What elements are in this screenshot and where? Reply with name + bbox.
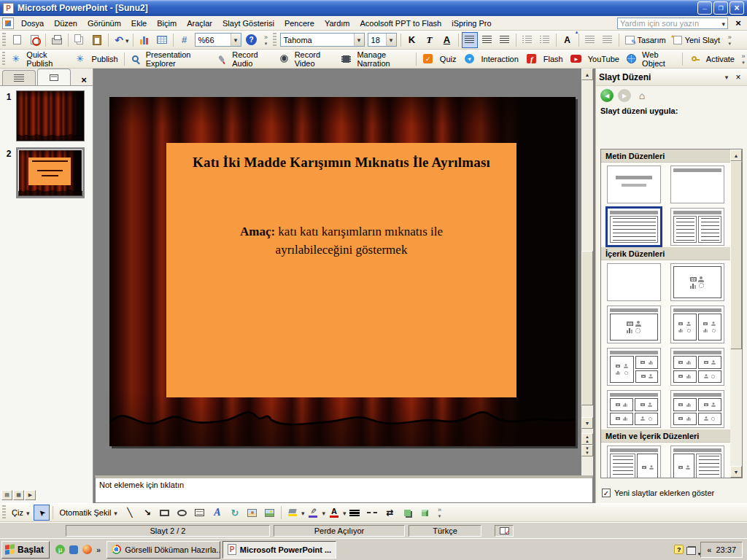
- toolbar-grip[interactable]: [2, 33, 6, 47]
- restore-button[interactable]: [713, 1, 728, 15]
- toolbar-overflow-button[interactable]: [740, 51, 747, 67]
- forward-button[interactable]: [618, 89, 631, 102]
- wordart-button[interactable]: [209, 505, 225, 521]
- help-question-box[interactable]: Yardım için soru yazın: [617, 18, 728, 29]
- layout-text-and-content[interactable]: [607, 446, 661, 478]
- align-right-button[interactable]: [497, 32, 513, 48]
- new-slide-button[interactable]: Yeni Slayt: [670, 32, 724, 48]
- scroll-thumb[interactable]: [581, 251, 593, 405]
- copy-button[interactable]: [71, 32, 88, 48]
- font-dropdown-icon[interactable]: [354, 34, 364, 46]
- menu-slayt-gosterisi[interactable]: Slayt Gösterisi: [217, 18, 279, 29]
- numbering-button[interactable]: [519, 32, 535, 48]
- toolbar-overflow-button[interactable]: [435, 505, 444, 521]
- menu-ekle[interactable]: Ekle: [126, 18, 152, 29]
- menu-araclar[interactable]: Araçlar: [182, 18, 217, 29]
- clip-art-button[interactable]: [244, 505, 260, 521]
- design-button[interactable]: Tasarım: [622, 32, 670, 48]
- chevron-down-icon[interactable]: [721, 19, 725, 28]
- youtube-button[interactable]: YouTube: [567, 51, 623, 67]
- autoshapes-menu-button[interactable]: Otomatik Şekil: [55, 505, 120, 521]
- slide-canvas[interactable]: Katı İki Madde Karışımın Mıknatıs İle Ay…: [109, 97, 576, 446]
- slide-body[interactable]: Amaç: katı katı karışımların mıknatıs il…: [166, 223, 516, 259]
- layout-content[interactable]: [670, 263, 724, 301]
- layout-four-content[interactable]: [670, 348, 724, 386]
- threed-style-button[interactable]: [417, 505, 433, 521]
- toolbar-overflow-button[interactable]: [725, 32, 734, 48]
- presentation-explorer-button[interactable]: Presentation Explorer: [127, 51, 214, 67]
- menu-acoolsoft[interactable]: Acoolsoft PPT to Flash: [355, 18, 447, 29]
- undo-dropdown-icon[interactable]: [125, 36, 129, 44]
- taskbar-item-powerpoint[interactable]: Microsoft PowerPoint ...: [222, 541, 336, 559]
- line-color-dropdown-icon[interactable]: [322, 508, 325, 517]
- arrow-button[interactable]: [139, 505, 155, 521]
- pane-close-icon[interactable]: [78, 74, 90, 85]
- menu-yardim[interactable]: Yardım: [320, 18, 355, 29]
- italic-button[interactable]: T: [422, 32, 438, 48]
- rectangle-button[interactable]: [157, 505, 173, 521]
- insert-chart-button[interactable]: [136, 32, 152, 48]
- line-style-button[interactable]: [347, 505, 363, 521]
- quick-launch-icon[interactable]: [69, 545, 78, 554]
- size-dropdown-icon[interactable]: [386, 34, 396, 46]
- layout-title-content[interactable]: [607, 306, 661, 343]
- slide-sorter-view-button[interactable]: ▦: [13, 490, 24, 500]
- quick-publish-button[interactable]: Quick Publish: [7, 51, 70, 67]
- layout-title-only[interactable]: [670, 166, 724, 203]
- font-name-combo[interactable]: Tahoma: [280, 33, 365, 47]
- back-button[interactable]: [600, 89, 614, 102]
- font-color-button[interactable]: A: [326, 505, 342, 521]
- layout-four-content[interactable]: [670, 390, 724, 428]
- task-pane-dropdown-icon[interactable]: [721, 71, 732, 83]
- tab-outline[interactable]: [2, 70, 36, 85]
- line-button[interactable]: [122, 505, 138, 521]
- minimize-button[interactable]: [697, 1, 712, 15]
- decrease-indent-button[interactable]: [582, 32, 598, 48]
- scroll-down-button[interactable]: [730, 466, 742, 478]
- menu-gorunum[interactable]: Görünüm: [82, 18, 126, 29]
- line-color-button[interactable]: [305, 505, 321, 521]
- tray-clock-area[interactable]: 23:37: [700, 542, 743, 558]
- print-button[interactable]: [49, 32, 65, 48]
- zoom-combo[interactable]: %66: [195, 33, 241, 47]
- spellcheck-cell[interactable]: [495, 525, 514, 537]
- utorrent-icon[interactable]: [55, 545, 65, 554]
- slide-title[interactable]: Katı İki Madde Karışımın Mıknatıs İle Ay…: [166, 155, 516, 171]
- scroll-down-button[interactable]: [581, 417, 593, 429]
- layout-four-content[interactable]: [607, 390, 661, 428]
- flash-button[interactable]: Flash: [522, 51, 567, 67]
- menu-pencere[interactable]: Pencere: [279, 18, 320, 29]
- slide-scrollbar[interactable]: [581, 69, 593, 475]
- language-indicator[interactable]: Türkçe: [409, 525, 481, 537]
- bold-button[interactable]: K: [404, 32, 420, 48]
- web-object-button[interactable]: Web Object: [623, 51, 680, 67]
- document-close-icon[interactable]: [732, 18, 744, 29]
- quiz-button[interactable]: Quiz: [419, 51, 460, 67]
- next-slide-button[interactable]: [581, 445, 593, 456]
- previous-slide-button[interactable]: [581, 433, 593, 445]
- normal-view-button[interactable]: ▤: [1, 490, 12, 500]
- layout-blank[interactable]: [607, 263, 661, 301]
- shadow-style-button[interactable]: [399, 505, 415, 521]
- underline-button[interactable]: A: [439, 32, 455, 48]
- tab-slides[interactable]: [37, 69, 71, 85]
- increase-indent-button[interactable]: [600, 32, 616, 48]
- diagram-button[interactable]: [227, 505, 243, 521]
- slide-2-thumbnail[interactable]: [16, 147, 85, 198]
- quick-launch-overflow-icon[interactable]: [96, 545, 101, 554]
- bullets-button[interactable]: [537, 32, 553, 48]
- toolbar-grip[interactable]: [2, 505, 6, 520]
- font-color-dropdown-icon[interactable]: [343, 508, 347, 517]
- slide-1-thumbnail[interactable]: [16, 90, 85, 141]
- interaction-button[interactable]: Interaction: [460, 51, 522, 67]
- draw-menu-button[interactable]: Çiz: [8, 505, 33, 521]
- taskbar-item-browser[interactable]: Görselli Döküman Hazırla...: [107, 541, 220, 559]
- zoom-dropdown-icon[interactable]: [231, 34, 241, 46]
- layout-title-text-selected[interactable]: [607, 208, 661, 246]
- scroll-up-button[interactable]: [730, 149, 742, 161]
- quick-launch-icon[interactable]: [82, 545, 92, 554]
- toolbar-grip[interactable]: [273, 33, 276, 47]
- text-box-button[interactable]: [192, 505, 208, 521]
- activate-button[interactable]: Activate: [685, 51, 738, 67]
- dash-style-button[interactable]: [364, 505, 380, 521]
